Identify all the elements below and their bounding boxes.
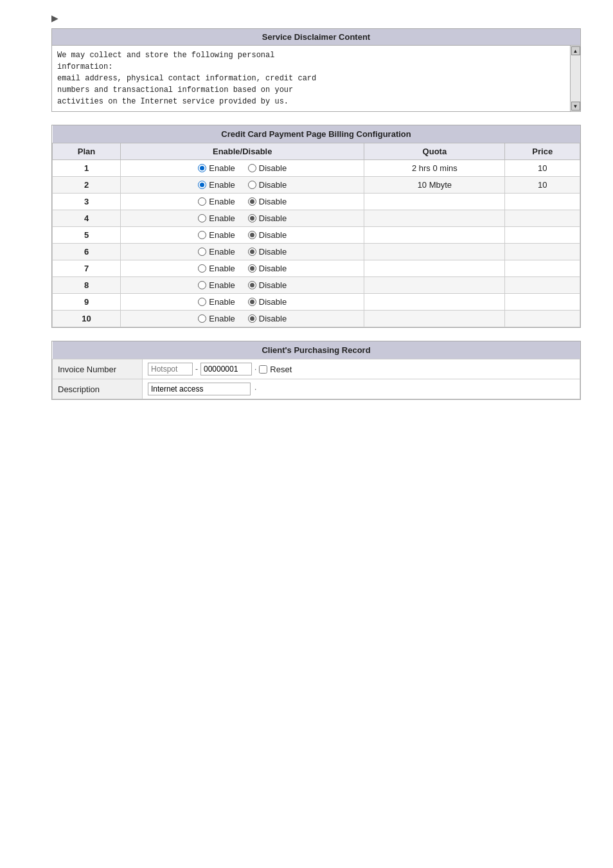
- enable-radio-item[interactable]: Enable: [198, 180, 235, 190]
- quota-cell: [364, 227, 505, 244]
- price-cell: [505, 210, 580, 227]
- purchasing-table-header: Client's Purchasing Record: [53, 341, 580, 359]
- enable-radio[interactable]: [198, 298, 206, 306]
- disable-radio-item[interactable]: Disable: [248, 314, 287, 323]
- disable-radio[interactable]: [248, 164, 256, 172]
- quota-cell: 2 hrs 0 mins: [364, 160, 505, 177]
- enable-label: Enable: [209, 197, 235, 206]
- description-label: Description: [53, 379, 143, 399]
- disable-radio[interactable]: [248, 248, 256, 256]
- quota-cell: 10 Mbyte: [364, 177, 505, 194]
- disable-label: Disable: [259, 213, 287, 223]
- enable-radio-item[interactable]: Enable: [198, 197, 235, 206]
- scroll-down-button[interactable]: ▼: [571, 102, 580, 111]
- scrollbar[interactable]: ▲ ▼: [570, 46, 580, 111]
- disable-radio-item[interactable]: Disable: [248, 230, 287, 240]
- disable-radio-item[interactable]: Disable: [248, 247, 287, 257]
- enable-radio-item[interactable]: Enable: [198, 264, 235, 273]
- plan-number: 4: [53, 210, 121, 227]
- description-input[interactable]: [148, 383, 251, 395]
- table-row: 3EnableDisable: [53, 194, 580, 210]
- enable-label: Enable: [209, 280, 235, 290]
- disclaimer-body: We may collect and store the following p…: [52, 46, 580, 111]
- disable-radio-item[interactable]: Disable: [248, 163, 287, 173]
- disable-radio[interactable]: [248, 281, 256, 289]
- enable-label: Enable: [209, 230, 235, 240]
- price-cell: [505, 227, 580, 244]
- enable-label: Enable: [209, 213, 235, 223]
- enable-radio-item[interactable]: Enable: [198, 213, 235, 223]
- disable-radio[interactable]: [248, 264, 256, 273]
- disable-radio-item[interactable]: Disable: [248, 180, 287, 190]
- invoice-row: Invoice Number - · Reset: [53, 359, 580, 379]
- disable-label: Disable: [259, 163, 287, 173]
- enable-label: Enable: [209, 297, 235, 307]
- reset-checkbox[interactable]: [259, 365, 267, 374]
- enable-disable-cell: EnableDisable: [121, 294, 364, 311]
- enable-radio[interactable]: [198, 281, 206, 289]
- disable-radio-item[interactable]: Disable: [248, 197, 287, 206]
- disclaimer-text: We may collect and store the following p…: [52, 46, 570, 111]
- enable-radio[interactable]: [198, 181, 206, 189]
- enable-radio[interactable]: [198, 164, 206, 172]
- invoice-prefix-input[interactable]: [148, 363, 193, 375]
- col-price: Price: [505, 143, 580, 160]
- disable-radio[interactable]: [248, 214, 256, 222]
- enable-radio-item[interactable]: Enable: [198, 314, 235, 323]
- enable-radio-item[interactable]: Enable: [198, 280, 235, 290]
- enable-radio-item[interactable]: Enable: [198, 297, 235, 307]
- radio-group: EnableDisable: [127, 213, 357, 223]
- enable-radio[interactable]: [198, 264, 206, 273]
- enable-label: Enable: [209, 264, 235, 273]
- table-row: 10EnableDisable: [53, 311, 580, 327]
- radio-group: EnableDisable: [127, 297, 357, 307]
- disable-label: Disable: [259, 180, 287, 190]
- enable-radio[interactable]: [198, 197, 206, 206]
- price-cell: [505, 294, 580, 311]
- description-dot: ·: [254, 384, 256, 393]
- disable-radio[interactable]: [248, 181, 256, 189]
- quota-cell: [364, 194, 505, 210]
- plan-number: 10: [53, 311, 121, 327]
- disable-radio[interactable]: [248, 197, 256, 206]
- radio-group: EnableDisable: [127, 197, 357, 206]
- invoice-label: Invoice Number: [53, 359, 143, 379]
- radio-group: EnableDisable: [127, 230, 357, 240]
- invoice-field-group: - · Reset: [148, 363, 574, 375]
- quota-cell: [364, 311, 505, 327]
- disable-radio[interactable]: [248, 298, 256, 306]
- enable-radio[interactable]: [198, 231, 206, 239]
- enable-label: Enable: [209, 180, 235, 190]
- col-enable-disable: Enable/Disable: [121, 143, 364, 160]
- table-row: 7EnableDisable: [53, 260, 580, 277]
- disable-radio-item[interactable]: Disable: [248, 297, 287, 307]
- disable-radio-item[interactable]: Disable: [248, 264, 287, 273]
- radio-group: EnableDisable: [127, 280, 357, 290]
- col-plan: Plan: [53, 143, 121, 160]
- enable-radio-item[interactable]: Enable: [198, 163, 235, 173]
- purchasing-record-section: Client's Purchasing Record Invoice Numbe…: [51, 341, 581, 400]
- enable-radio[interactable]: [198, 314, 206, 323]
- disable-label: Disable: [259, 297, 287, 307]
- enable-radio-item[interactable]: Enable: [198, 230, 235, 240]
- credit-card-table-header: Credit Card Payment Page Billing Configu…: [53, 125, 580, 143]
- invoice-number-input[interactable]: [200, 363, 252, 375]
- enable-disable-cell: EnableDisable: [121, 244, 364, 260]
- plan-number: 3: [53, 194, 121, 210]
- purchasing-table: Client's Purchasing Record Invoice Numbe…: [52, 341, 580, 399]
- description-field-group: ·: [148, 383, 574, 395]
- plan-number: 9: [53, 294, 121, 311]
- plan-number: 5: [53, 227, 121, 244]
- disable-radio[interactable]: [248, 231, 256, 239]
- disable-radio[interactable]: [248, 314, 256, 323]
- enable-disable-cell: EnableDisable: [121, 160, 364, 177]
- disable-label: Disable: [259, 247, 287, 257]
- enable-radio[interactable]: [198, 248, 206, 256]
- disable-radio-item[interactable]: Disable: [248, 280, 287, 290]
- price-cell: 10: [505, 177, 580, 194]
- disable-radio-item[interactable]: Disable: [248, 213, 287, 223]
- scroll-up-button[interactable]: ▲: [571, 46, 580, 55]
- enable-radio[interactable]: [198, 214, 206, 222]
- enable-radio-item[interactable]: Enable: [198, 247, 235, 257]
- table-row: 1EnableDisable2 hrs 0 mins10: [53, 160, 580, 177]
